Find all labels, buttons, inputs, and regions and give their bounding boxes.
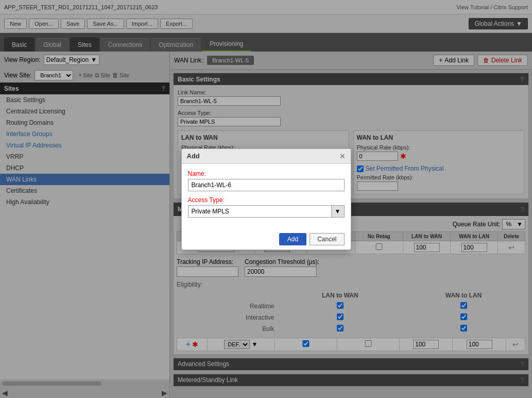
modal-name-input[interactable] xyxy=(188,179,345,191)
modal-access-type-value: Private MPLS xyxy=(188,206,331,217)
modal-body: Name: Access Type: Private MPLS ▼ xyxy=(182,164,351,229)
add-modal: Add ✕ Name: Access Type: Private MPLS ▼ xyxy=(181,148,351,250)
modal-header: Add ✕ xyxy=(182,149,351,164)
modal-cancel-button[interactable]: Cancel xyxy=(310,233,344,245)
modal-overlay[interactable]: Add ✕ Name: Access Type: Private MPLS ▼ xyxy=(0,0,532,398)
modal-footer: Add Cancel xyxy=(182,229,351,250)
modal-access-type-label: Access Type: xyxy=(188,196,345,204)
modal-add-button[interactable]: Add xyxy=(279,233,306,245)
modal-access-type-field: Access Type: Private MPLS ▼ xyxy=(188,196,345,218)
modal-name-label: Name: xyxy=(188,170,345,177)
modal-name-field: Name: xyxy=(188,170,345,191)
modal-access-type-dropdown[interactable]: ▼ xyxy=(331,206,344,217)
modal-title: Add xyxy=(187,152,200,160)
modal-close-button[interactable]: ✕ xyxy=(339,152,346,160)
